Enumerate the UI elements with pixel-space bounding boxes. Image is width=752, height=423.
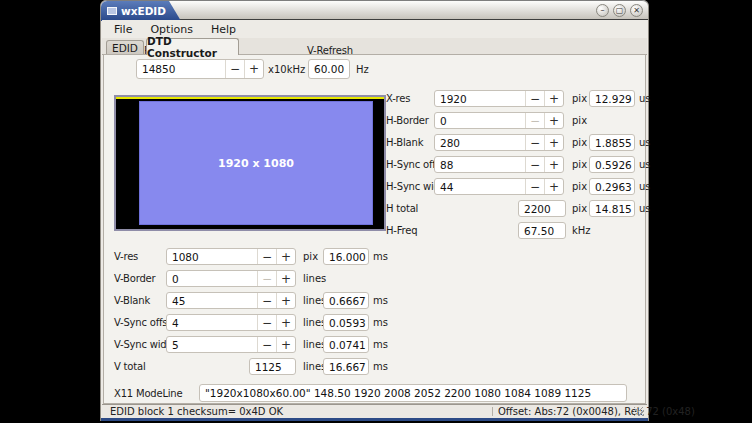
decrement-button[interactable]: −	[257, 271, 276, 286]
window-bottom-frame	[101, 418, 648, 421]
decrement-button[interactable]: −	[257, 315, 276, 330]
spin-value-field[interactable]: 1920	[435, 91, 525, 106]
spin-control: 0−+	[434, 112, 564, 129]
wxedid-window: wxEDID – ▢ ✕ File Options Help EDID DTD …	[100, 0, 649, 421]
pixel-clock-spin: 14850 − +	[136, 59, 264, 79]
decrement-button[interactable]: −	[257, 337, 276, 352]
decrement-button[interactable]: −	[525, 157, 544, 172]
spin-control: 44−+	[434, 178, 564, 195]
active-video-area: 1920 x 1080	[139, 101, 373, 225]
modeline-label: X11 ModeLine	[114, 388, 182, 399]
tab-dtd-constructor[interactable]: DTD Constructor	[146, 38, 239, 55]
pixel-clock-unit-label: x10kHz	[268, 64, 305, 75]
window-icon	[107, 7, 117, 15]
field-label: H total	[386, 203, 418, 214]
decrement-button[interactable]: −	[525, 113, 544, 128]
increment-button[interactable]: +	[544, 91, 563, 106]
maximize-button[interactable]: ▢	[613, 4, 626, 17]
dtd-field-row: V-Blank45−+lines0.6667ms	[114, 292, 384, 309]
sync-line	[116, 97, 384, 99]
spin-value-field[interactable]: 0	[167, 271, 257, 286]
time-value-field: 0.5926	[589, 156, 635, 173]
unit-label: pix	[572, 181, 587, 192]
dtd-field-row: H-Blank280−+pix1.8855us	[386, 134, 650, 151]
increment-button[interactable]: +	[544, 135, 563, 150]
time-unit-label: ms	[373, 361, 388, 372]
resize-grip-icon[interactable]	[634, 407, 644, 416]
close-button[interactable]: ✕	[630, 4, 643, 17]
unit-label: kHz	[572, 225, 591, 236]
time-unit-label: ms	[373, 339, 388, 350]
field-label: V-Sync offs.	[114, 317, 170, 328]
v-refresh-unit-label: Hz	[356, 64, 369, 75]
status-checksum-text: EDID block 1 checksum= 0x4D OK	[110, 406, 283, 417]
modeline-field[interactable]: "1920x1080x60.00" 148.50 1920 2008 2052 …	[199, 384, 627, 402]
time-value-field: 0.0741	[323, 336, 369, 353]
value-field[interactable]: 67.50	[518, 222, 566, 239]
increment-button[interactable]: +	[276, 293, 295, 308]
time-unit-label: us	[639, 137, 651, 148]
status-separator	[492, 407, 493, 416]
spin-value-field[interactable]: 5	[167, 337, 257, 352]
status-bar: EDID block 1 checksum= 0x4D OK Offset: A…	[102, 404, 647, 418]
dtd-field-row: H-Sync width44−+pix0.2963us	[386, 178, 650, 195]
status-offset-text: Offset: Abs:72 (0x0048), Rel: 72 (0x48)	[498, 406, 695, 417]
spin-value-field[interactable]: 4	[167, 315, 257, 330]
spin-control: 88−+	[434, 156, 564, 173]
increment-button[interactable]: +	[276, 249, 295, 264]
spin-value-field[interactable]: 88	[435, 157, 525, 172]
spin-control: 280−+	[434, 134, 564, 151]
unit-label: pix	[572, 159, 587, 170]
pixel-clock-value[interactable]: 14850	[137, 60, 225, 78]
spin-control: 0−+	[166, 270, 296, 287]
titlebar[interactable]: wxEDID – ▢ ✕	[101, 0, 648, 20]
increment-button[interactable]: +	[544, 179, 563, 194]
titlebar-tab: wxEDID	[101, 1, 181, 21]
dtd-field-row: H-Sync offs.88−+pix0.5926us	[386, 156, 650, 173]
spin-value-field[interactable]: 0	[435, 113, 525, 128]
spin-value-field[interactable]: 1080	[167, 249, 257, 264]
time-unit-label: ms	[373, 295, 388, 306]
spin-value-field[interactable]: 44	[435, 179, 525, 194]
spin-control: 1920−+	[434, 90, 564, 107]
increment-button[interactable]: +	[276, 337, 295, 352]
time-unit-label: us	[639, 93, 651, 104]
pixel-clock-decrement-button[interactable]: −	[225, 60, 244, 78]
field-label: V-Blank	[114, 295, 150, 306]
dtd-field-row: V total1125lines16.667ms	[114, 358, 384, 375]
tab-bar: EDID DTD Constructor	[102, 38, 647, 55]
spin-value-field[interactable]: 45	[167, 293, 257, 308]
time-value-field: 14.815	[589, 200, 635, 217]
increment-button[interactable]: +	[544, 113, 563, 128]
decrement-button[interactable]: −	[525, 179, 544, 194]
field-label: V total	[114, 361, 146, 372]
increment-button[interactable]: +	[276, 315, 295, 330]
tab-edid[interactable]: EDID	[106, 40, 144, 55]
time-value-field: 12.929	[589, 90, 635, 107]
minimize-button[interactable]: –	[596, 4, 609, 17]
window-controls: – ▢ ✕	[596, 4, 643, 17]
dtd-field-row: V-Border0−+lines	[114, 270, 384, 287]
unit-label: pix	[572, 93, 587, 104]
increment-button[interactable]: +	[276, 271, 295, 286]
time-unit-label: us	[639, 181, 651, 192]
unit-label: pix	[572, 203, 587, 214]
decrement-button[interactable]: −	[257, 249, 276, 264]
field-label: V-Border	[114, 273, 155, 284]
time-value-field: 1.8855	[589, 134, 635, 151]
value-field[interactable]: 1125	[249, 358, 296, 375]
v-refresh-field[interactable]: 60.00	[308, 59, 350, 79]
dtd-field-row: H total2200pix14.815us	[386, 200, 650, 217]
time-unit-label: us	[639, 203, 651, 214]
field-label: H-Blank	[386, 137, 423, 148]
value-field[interactable]: 2200	[518, 200, 566, 217]
decrement-button[interactable]: −	[257, 293, 276, 308]
decrement-button[interactable]: −	[525, 135, 544, 150]
menu-file[interactable]: File	[105, 22, 141, 37]
spin-control: 1080−+	[166, 248, 296, 265]
screen-background: wxEDID – ▢ ✕ File Options Help EDID DTD …	[0, 0, 752, 423]
decrement-button[interactable]: −	[525, 91, 544, 106]
spin-value-field[interactable]: 280	[435, 135, 525, 150]
increment-button[interactable]: +	[544, 157, 563, 172]
pixel-clock-increment-button[interactable]: +	[244, 60, 263, 78]
